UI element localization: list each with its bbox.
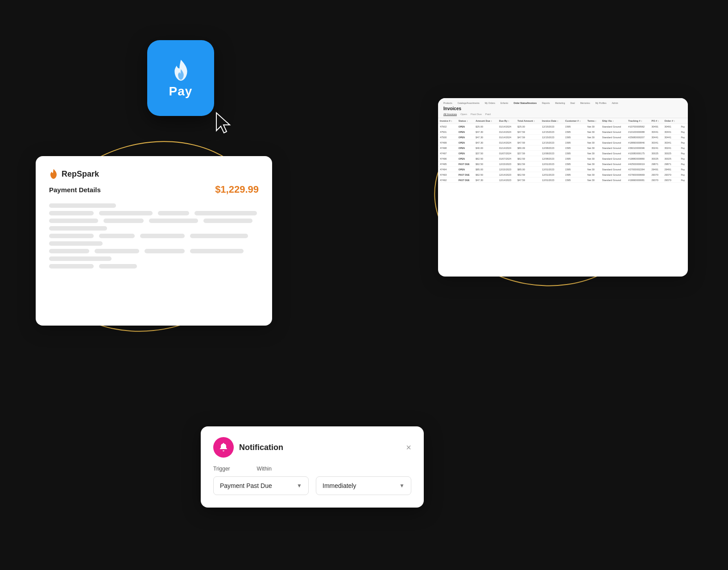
skeleton-line: [49, 203, 116, 208]
table-row: 47495 PAST DUE $62.50 12/15/2023 $62.59 …: [438, 161, 688, 167]
skeleton-row: [49, 264, 259, 268]
payment-label: Payment Details: [49, 186, 101, 194]
notification-labels-row: Trigger Within: [213, 466, 411, 472]
trigger-dropdown[interactable]: Payment Past Due ▼: [213, 476, 309, 495]
within-value: Immediately: [323, 482, 356, 489]
flame-icon: [169, 58, 193, 83]
skeleton-row: [49, 219, 259, 223]
chevron-down-icon: ▼: [399, 483, 405, 489]
payment-amount: $1,229.99: [215, 184, 259, 195]
trigger-label: Trigger: [213, 466, 230, 472]
invoice-tabs: All Invoices Open Past Due Paid: [443, 113, 682, 116]
table-row: 47502 OPEN $25.00 01/14/2024 $25.00 12/1…: [438, 124, 688, 129]
notification-title: Notification: [239, 443, 283, 452]
invoice-title: Invoices: [443, 106, 682, 111]
table-row: 47492 PAST DUE $47.30 12/14/2023 $47.59 …: [438, 178, 688, 183]
table-row: 47499 OPEN $47.30 01/14/2024 $47.59 12/1…: [438, 140, 688, 145]
notification-bell-icon: [213, 437, 234, 458]
table-row: 47501 OPEN $47.30 01/14/2024 $47.59 12/1…: [438, 129, 688, 135]
skeleton-row: [49, 249, 259, 253]
notif-icon-row: Notification: [213, 437, 283, 458]
table-row: 47500 OPEN $47.30 01/14/2024 $47.59 12/1…: [438, 135, 688, 140]
notification-header: Notification ×: [213, 437, 411, 458]
payment-card: RepSpark Payment Details $1,229.99: [36, 156, 272, 326]
brand-row: RepSpark: [49, 169, 259, 179]
bell-svg: [218, 442, 229, 453]
skeleton-line: [49, 256, 112, 261]
payment-header-row: Payment Details $1,229.99: [49, 184, 259, 195]
pay-label: Pay: [169, 84, 193, 99]
trigger-value: Payment Past Due: [220, 482, 272, 489]
table-row: 47498 OPEN $40.00 01/14/2024 $80.09 12/0…: [438, 145, 688, 151]
invoice-table: Invoice # ↕ Status ↕ Amount Due ↕ Due By…: [438, 118, 688, 183]
table-row: 47494 OPEN $85.00 12/15/2023 $85.00 12/0…: [438, 167, 688, 172]
skeleton-row: [49, 211, 259, 215]
table-row: 47496 OPEN $62.50 01/07/2024 $62.59 12/0…: [438, 156, 688, 161]
cursor-arrow: [214, 111, 236, 135]
table-row: 47497 OPEN $37.50 01/07/2024 $37.59 12/0…: [438, 151, 688, 156]
brand-name: RepSpark: [62, 169, 99, 179]
notification-close-button[interactable]: ×: [406, 443, 411, 452]
skeleton-row: [49, 234, 259, 238]
chevron-down-icon: ▼: [297, 483, 302, 489]
invoice-nav: Products Catalogs/Assortments My Orders …: [443, 102, 682, 104]
notification-dropdowns-row: Payment Past Due ▼ Immediately ▼: [213, 476, 411, 495]
pay-app-icon: Pay: [147, 40, 214, 116]
invoice-card: Products Catalogs/Assortments My Orders …: [438, 98, 688, 277]
notification-card: Notification × Trigger Within Payment Pa…: [201, 426, 424, 508]
brand-flame-icon: [49, 169, 58, 179]
within-dropdown[interactable]: Immediately ▼: [316, 476, 411, 495]
skeleton-line: [49, 241, 103, 246]
table-row: 47493 PAST DUE $62.50 12/14/2023 $62.59 …: [438, 172, 688, 178]
svg-marker-0: [216, 113, 230, 133]
skeleton-line: [49, 226, 107, 231]
within-label: Within: [257, 466, 272, 472]
